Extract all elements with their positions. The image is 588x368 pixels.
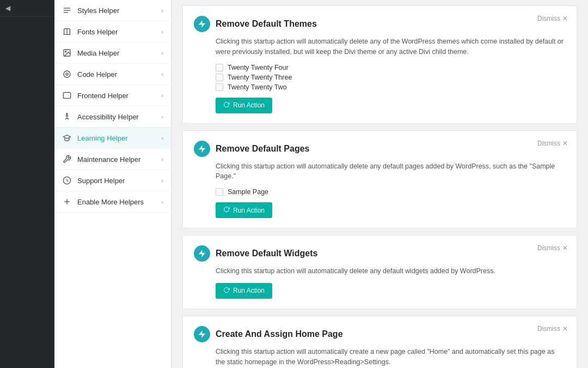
card-title: Create And Assign Home Page bbox=[216, 329, 343, 339]
item-label: Twenty Twenty Four bbox=[228, 64, 289, 71]
sidebar-item-frontend[interactable]: Frontend Helper › bbox=[54, 85, 171, 106]
chevron-right-icon: › bbox=[161, 177, 163, 184]
dismiss-button[interactable]: Dismiss ✕ bbox=[537, 325, 568, 333]
run-action-label: Run Action bbox=[233, 101, 265, 109]
chevron-right-icon: › bbox=[161, 156, 163, 162]
close-icon: ✕ bbox=[562, 140, 568, 147]
sidebar-item-styles[interactable]: Styles Helper › bbox=[54, 0, 171, 21]
card-description: Clicking this startup action will automa… bbox=[216, 161, 566, 182]
card-item-row: Twenty Twenty Two bbox=[216, 83, 566, 91]
content-inner: Dismiss ✕ Remove Default Themes Clicking… bbox=[171, 0, 588, 368]
card-items: Sample Page bbox=[216, 188, 566, 196]
card-icon bbox=[194, 16, 210, 32]
nav-item-label: Learning Helper bbox=[77, 134, 128, 142]
nav-item-left: Fonts Helper bbox=[62, 27, 118, 37]
nav-item-label: Media Helper bbox=[77, 49, 119, 57]
run-icon bbox=[223, 206, 230, 214]
card-title: Remove Default Pages bbox=[216, 144, 310, 154]
chevron-right-icon: › bbox=[161, 50, 163, 56]
media-icon bbox=[62, 48, 72, 58]
sidebar-item-fonts[interactable]: Fonts Helper › bbox=[54, 21, 171, 43]
chevron-right-icon: › bbox=[161, 28, 163, 35]
svg-point-10 bbox=[66, 113, 68, 115]
sidebar-item-maintenance[interactable]: Maintenance Helper › bbox=[54, 149, 171, 170]
dismiss-button[interactable]: Dismiss ✕ bbox=[537, 140, 568, 147]
nav-item-left: Learning Helper bbox=[62, 133, 128, 143]
sidebar-item-code[interactable]: Code Helper › bbox=[54, 64, 171, 85]
enable-icon bbox=[62, 197, 72, 207]
sidebar-item-learning[interactable]: Learning Helper › bbox=[54, 128, 171, 149]
card-remove-themes: Dismiss ✕ Remove Default Themes Clicking… bbox=[182, 5, 577, 124]
card-item-row: Twenty Twenty Three bbox=[216, 74, 566, 81]
card-description: Clicking this startup action will automa… bbox=[216, 266, 566, 276]
maintenance-icon bbox=[62, 154, 72, 164]
card-icon bbox=[194, 141, 210, 157]
nav-item-label: Fonts Helper bbox=[77, 28, 118, 36]
nav-item-left: Maintenance Helper bbox=[62, 154, 140, 164]
accessibility-icon bbox=[62, 112, 72, 122]
nav-item-left: Styles Helper bbox=[62, 5, 119, 15]
item-label: Twenty Twenty Three bbox=[228, 74, 292, 81]
nav-item-left: Support Helper bbox=[62, 176, 125, 185]
card-title: Remove Default Widgets bbox=[216, 249, 317, 258]
card-create-home: Dismiss ✕ Create And Assign Home Page Cl… bbox=[182, 316, 577, 368]
run-action-label: Run Action bbox=[233, 287, 265, 294]
card-icon bbox=[194, 245, 210, 262]
chevron-right-icon: › bbox=[161, 113, 163, 120]
support-icon bbox=[62, 176, 72, 185]
sidebar-item-media[interactable]: Media Helper › bbox=[54, 43, 171, 64]
checkbox[interactable] bbox=[216, 64, 223, 71]
run-icon bbox=[223, 287, 230, 295]
sidebar-item-accessibility[interactable]: Accessibility Helper › bbox=[54, 106, 171, 128]
card-item-row: Sample Page bbox=[216, 188, 566, 196]
card-remove-pages: Dismiss ✕ Remove Default Pages Clicking … bbox=[182, 130, 577, 229]
run-action-button[interactable]: Run Action bbox=[216, 283, 272, 299]
checkbox[interactable] bbox=[216, 188, 223, 196]
card-header: Remove Default Themes bbox=[194, 16, 566, 32]
nav-item-left: Frontend Helper bbox=[62, 91, 128, 100]
nav-item-left: Accessibility Helper bbox=[62, 112, 139, 122]
card-remove-widgets: Dismiss ✕ Remove Default Widgets Clickin… bbox=[182, 235, 577, 309]
learning-icon bbox=[62, 133, 72, 143]
svg-rect-9 bbox=[63, 93, 70, 99]
nav-item-left: Enable More Helpers bbox=[62, 197, 144, 207]
styles-icon bbox=[62, 5, 72, 15]
card-header: Remove Default Widgets bbox=[194, 245, 566, 262]
run-action-button[interactable]: Run Action bbox=[216, 202, 272, 218]
svg-point-8 bbox=[66, 73, 68, 75]
card-description: Clicking this startup action will automa… bbox=[216, 347, 566, 367]
sidebar-item-support[interactable]: Support Helper › bbox=[54, 170, 171, 191]
main-content: Dismiss ✕ Remove Default Themes Clicking… bbox=[171, 0, 588, 368]
nav-item-label: Code Helper bbox=[77, 70, 117, 79]
card-items: Twenty Twenty Four Twenty Twenty Three T… bbox=[216, 64, 566, 91]
code-icon bbox=[62, 69, 72, 79]
chevron-right-icon: › bbox=[161, 92, 163, 99]
nav-item-label: Maintenance Helper bbox=[77, 155, 140, 164]
collapse-menu-button[interactable]: ◀ bbox=[0, 0, 54, 17]
checkbox[interactable] bbox=[216, 83, 223, 91]
nav-item-label: Support Helper bbox=[77, 177, 125, 185]
chevron-right-icon: › bbox=[161, 7, 163, 14]
dismiss-label: Dismiss bbox=[537, 140, 560, 147]
card-item-row: Twenty Twenty Four bbox=[216, 64, 566, 71]
nav-item-label: Frontend Helper bbox=[77, 92, 128, 100]
collapse-icon: ◀ bbox=[5, 4, 10, 12]
run-action-button[interactable]: Run Action bbox=[216, 98, 272, 113]
dismiss-label: Dismiss bbox=[537, 15, 560, 22]
chevron-right-icon: › bbox=[161, 71, 163, 77]
checkbox[interactable] bbox=[216, 74, 223, 81]
dismiss-button[interactable]: Dismiss ✕ bbox=[537, 244, 568, 252]
card-header: Create And Assign Home Page bbox=[194, 326, 566, 342]
run-icon bbox=[223, 101, 230, 110]
item-label: Twenty Twenty Two bbox=[228, 83, 287, 91]
card-header: Remove Default Pages bbox=[194, 141, 566, 157]
nav-item-label: Enable More Helpers bbox=[77, 198, 144, 206]
chevron-right-icon: › bbox=[161, 135, 163, 141]
close-icon: ✕ bbox=[562, 325, 568, 333]
chevron-right-icon: › bbox=[161, 198, 163, 205]
fonts-icon bbox=[62, 27, 72, 37]
dismiss-button[interactable]: Dismiss ✕ bbox=[537, 15, 568, 22]
sidebar-item-enable[interactable]: Enable More Helpers › bbox=[54, 191, 171, 213]
frontend-icon bbox=[62, 91, 72, 100]
dismiss-label: Dismiss bbox=[537, 325, 560, 333]
